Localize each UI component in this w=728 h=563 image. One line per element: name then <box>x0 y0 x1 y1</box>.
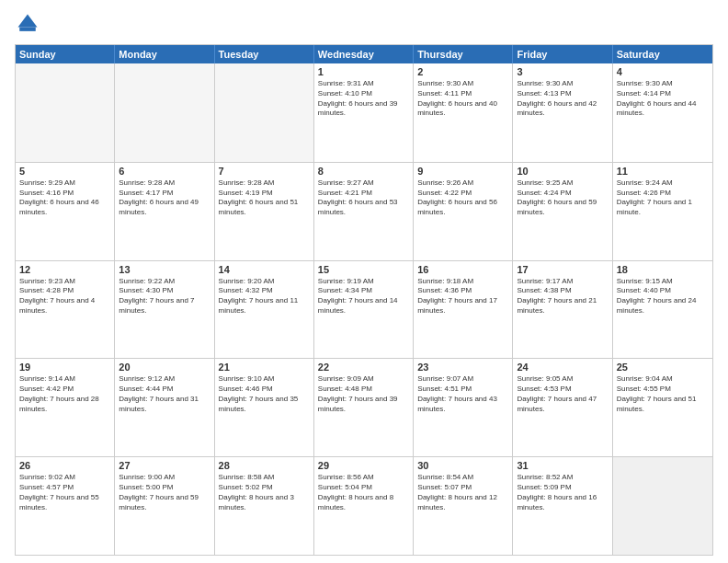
calendar-row-4: 26Sunrise: 9:02 AM Sunset: 4:57 PM Dayli… <box>16 456 712 555</box>
day-number: 31 <box>517 460 608 471</box>
day-number: 3 <box>517 66 608 77</box>
calendar-row-0: 1Sunrise: 9:31 AM Sunset: 4:10 PM Daylig… <box>16 63 712 162</box>
calendar-cell-day-22: 22Sunrise: 9:09 AM Sunset: 4:48 PM Dayli… <box>314 359 414 456</box>
calendar-cell-day-26: 26Sunrise: 9:02 AM Sunset: 4:57 PM Dayli… <box>16 457 115 555</box>
calendar-cell-day-18: 18Sunrise: 9:15 AM Sunset: 4:40 PM Dayli… <box>613 261 712 359</box>
calendar-cell-day-28: 28Sunrise: 8:58 AM Sunset: 5:02 PM Dayli… <box>215 457 314 555</box>
cell-info: Sunrise: 9:24 AM Sunset: 4:26 PM Dayligh… <box>617 178 709 218</box>
day-number: 9 <box>417 166 508 177</box>
cell-info: Sunrise: 8:58 AM Sunset: 5:02 PM Dayligh… <box>219 473 310 512</box>
cell-info: Sunrise: 9:18 AM Sunset: 4:36 PM Dayligh… <box>417 277 508 316</box>
calendar-cell-empty-4-6 <box>613 457 712 555</box>
day-number: 14 <box>219 264 310 275</box>
calendar-cell-day-25: 25Sunrise: 9:04 AM Sunset: 4:55 PM Dayli… <box>613 359 712 456</box>
calendar-cell-day-31: 31Sunrise: 8:52 AM Sunset: 5:09 PM Dayli… <box>513 457 612 555</box>
day-number: 22 <box>318 362 409 373</box>
day-number: 27 <box>119 460 210 471</box>
calendar-row-2: 12Sunrise: 9:23 AM Sunset: 4:28 PM Dayli… <box>16 260 712 359</box>
day-number: 4 <box>617 66 709 77</box>
weekday-header-saturday: Saturday <box>613 45 712 63</box>
cell-info: Sunrise: 9:28 AM Sunset: 4:17 PM Dayligh… <box>119 178 210 218</box>
calendar-row-1: 5Sunrise: 9:29 AM Sunset: 4:16 PM Daylig… <box>16 162 712 260</box>
calendar-cell-day-19: 19Sunrise: 9:14 AM Sunset: 4:42 PM Dayli… <box>16 359 115 456</box>
calendar-cell-day-7: 7Sunrise: 9:28 AM Sunset: 4:19 PM Daylig… <box>215 163 314 260</box>
cell-info: Sunrise: 9:22 AM Sunset: 4:30 PM Dayligh… <box>119 277 210 316</box>
day-number: 5 <box>19 166 110 177</box>
calendar-cell-empty-0-1 <box>115 63 214 162</box>
calendar-cell-day-15: 15Sunrise: 9:19 AM Sunset: 4:34 PM Dayli… <box>314 261 414 359</box>
cell-info: Sunrise: 9:12 AM Sunset: 4:44 PM Dayligh… <box>119 374 210 414</box>
day-number: 10 <box>517 166 608 177</box>
cell-info: Sunrise: 9:15 AM Sunset: 4:40 PM Dayligh… <box>617 277 709 316</box>
cell-info: Sunrise: 9:31 AM Sunset: 4:10 PM Dayligh… <box>318 79 409 119</box>
day-number: 21 <box>219 362 310 373</box>
cell-info: Sunrise: 9:07 AM Sunset: 4:51 PM Dayligh… <box>417 374 508 414</box>
calendar-cell-day-5: 5Sunrise: 9:29 AM Sunset: 4:16 PM Daylig… <box>16 163 115 260</box>
calendar-cell-day-16: 16Sunrise: 9:18 AM Sunset: 4:36 PM Dayli… <box>414 261 513 359</box>
cell-info: Sunrise: 9:28 AM Sunset: 4:19 PM Dayligh… <box>219 178 310 218</box>
cell-info: Sunrise: 9:05 AM Sunset: 4:53 PM Dayligh… <box>517 374 608 414</box>
weekday-header-tuesday: Tuesday <box>215 45 314 63</box>
cell-info: Sunrise: 9:00 AM Sunset: 5:00 PM Dayligh… <box>119 473 210 512</box>
day-number: 12 <box>19 264 110 275</box>
day-number: 24 <box>517 362 608 373</box>
cell-info: Sunrise: 9:30 AM Sunset: 4:14 PM Dayligh… <box>617 79 709 119</box>
header <box>15 11 713 37</box>
day-number: 17 <box>517 264 608 275</box>
weekday-header-friday: Friday <box>513 45 612 63</box>
calendar-cell-day-17: 17Sunrise: 9:17 AM Sunset: 4:38 PM Dayli… <box>513 261 612 359</box>
cell-info: Sunrise: 9:19 AM Sunset: 4:34 PM Dayligh… <box>318 277 409 316</box>
calendar-cell-day-14: 14Sunrise: 9:20 AM Sunset: 4:32 PM Dayli… <box>215 261 314 359</box>
cell-info: Sunrise: 9:02 AM Sunset: 4:57 PM Dayligh… <box>19 473 110 512</box>
calendar-cell-day-2: 2Sunrise: 9:30 AM Sunset: 4:11 PM Daylig… <box>414 63 513 162</box>
day-number: 11 <box>617 166 709 177</box>
cell-info: Sunrise: 9:20 AM Sunset: 4:32 PM Dayligh… <box>219 277 310 316</box>
calendar-cell-day-9: 9Sunrise: 9:26 AM Sunset: 4:22 PM Daylig… <box>414 163 513 260</box>
logo <box>15 11 44 37</box>
calendar-row-3: 19Sunrise: 9:14 AM Sunset: 4:42 PM Dayli… <box>16 358 712 456</box>
svg-rect-1 <box>19 28 36 31</box>
cell-info: Sunrise: 8:56 AM Sunset: 5:04 PM Dayligh… <box>318 473 409 512</box>
day-number: 8 <box>318 166 409 177</box>
weekday-header-wednesday: Wednesday <box>314 45 414 63</box>
calendar-cell-day-13: 13Sunrise: 9:22 AM Sunset: 4:30 PM Dayli… <box>115 261 214 359</box>
svg-marker-0 <box>18 15 38 28</box>
page: SundayMondayTuesdayWednesdayThursdayFrid… <box>0 0 728 563</box>
day-number: 2 <box>417 66 508 77</box>
day-number: 28 <box>219 460 310 471</box>
cell-info: Sunrise: 8:52 AM Sunset: 5:09 PM Dayligh… <box>517 473 608 512</box>
day-number: 6 <box>119 166 210 177</box>
calendar-cell-day-29: 29Sunrise: 8:56 AM Sunset: 5:04 PM Dayli… <box>314 457 414 555</box>
calendar-cell-day-21: 21Sunrise: 9:10 AM Sunset: 4:46 PM Dayli… <box>215 359 314 456</box>
cell-info: Sunrise: 8:54 AM Sunset: 5:07 PM Dayligh… <box>417 473 508 512</box>
day-number: 19 <box>19 362 110 373</box>
calendar: SundayMondayTuesdayWednesdayThursdayFrid… <box>15 44 713 556</box>
cell-info: Sunrise: 9:27 AM Sunset: 4:21 PM Dayligh… <box>318 178 409 218</box>
calendar-cell-empty-0-2 <box>215 63 314 162</box>
cell-info: Sunrise: 9:17 AM Sunset: 4:38 PM Dayligh… <box>517 277 608 316</box>
calendar-cell-day-10: 10Sunrise: 9:25 AM Sunset: 4:24 PM Dayli… <box>513 163 612 260</box>
day-number: 26 <box>19 460 110 471</box>
calendar-cell-day-27: 27Sunrise: 9:00 AM Sunset: 5:00 PM Dayli… <box>115 457 214 555</box>
calendar-cell-empty-0-0 <box>16 63 115 162</box>
calendar-body: 1Sunrise: 9:31 AM Sunset: 4:10 PM Daylig… <box>16 63 712 555</box>
calendar-cell-day-23: 23Sunrise: 9:07 AM Sunset: 4:51 PM Dayli… <box>414 359 513 456</box>
cell-info: Sunrise: 9:25 AM Sunset: 4:24 PM Dayligh… <box>517 178 608 218</box>
weekday-header-monday: Monday <box>115 45 214 63</box>
weekday-header-sunday: Sunday <box>16 45 115 63</box>
calendar-cell-day-12: 12Sunrise: 9:23 AM Sunset: 4:28 PM Dayli… <box>16 261 115 359</box>
cell-info: Sunrise: 9:29 AM Sunset: 4:16 PM Dayligh… <box>19 178 110 218</box>
day-number: 20 <box>119 362 210 373</box>
calendar-cell-day-30: 30Sunrise: 8:54 AM Sunset: 5:07 PM Dayli… <box>414 457 513 555</box>
cell-info: Sunrise: 9:30 AM Sunset: 4:11 PM Dayligh… <box>417 79 508 119</box>
cell-info: Sunrise: 9:09 AM Sunset: 4:48 PM Dayligh… <box>318 374 409 414</box>
calendar-cell-day-4: 4Sunrise: 9:30 AM Sunset: 4:14 PM Daylig… <box>613 63 712 162</box>
day-number: 13 <box>119 264 210 275</box>
calendar-cell-day-3: 3Sunrise: 9:30 AM Sunset: 4:13 PM Daylig… <box>513 63 612 162</box>
day-number: 7 <box>219 166 310 177</box>
cell-info: Sunrise: 9:26 AM Sunset: 4:22 PM Dayligh… <box>417 178 508 218</box>
day-number: 18 <box>617 264 709 275</box>
day-number: 15 <box>318 264 409 275</box>
calendar-cell-day-11: 11Sunrise: 9:24 AM Sunset: 4:26 PM Dayli… <box>613 163 712 260</box>
cell-info: Sunrise: 9:04 AM Sunset: 4:55 PM Dayligh… <box>617 374 709 414</box>
